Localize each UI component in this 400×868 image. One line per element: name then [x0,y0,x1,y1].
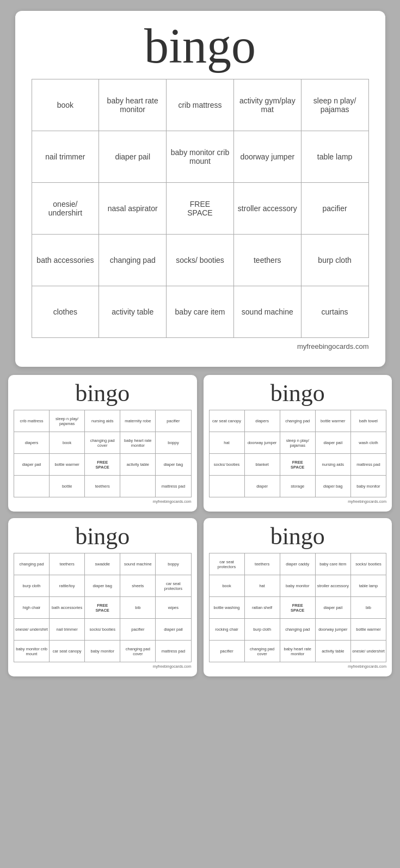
bingo-cell: diaper pail [156,619,191,641]
bingo-cell: book [32,79,99,131]
bingo-cell: boppy [156,432,191,454]
bingo-cell: car seat protectors [209,553,244,575]
bingo-cell: doorway jumper [244,432,280,454]
mini-url-5: myfreebingocards.com [209,664,387,668]
mini-table-4: changing padteethersswaddlesound machine… [14,553,192,662]
bingo-cell: bottle warmer [350,619,386,641]
bingo-cell: bottle warmer [315,410,350,432]
bingo-cell: baby monitor [280,575,315,597]
bingo-cell: teethers [233,235,301,286]
bingo-cell: diaper bag [85,575,120,597]
mini-card-5: bingo car seat protectorsteethersdiaper … [204,518,392,676]
bingo-cell: sleep n play/ pajamas [50,410,85,432]
bingo-cell: baby monitor [350,476,386,497]
bingo-cell: car seat protectors [156,575,191,597]
bingo-cell: socks/ booties [85,619,120,641]
bingo-cell: book [209,575,244,597]
bingo-cell: socks/ booties [350,553,386,575]
bingo-cell: wash cloth [350,432,386,454]
bingo-cell: hat [209,432,244,454]
bingo-cell: table lamp [350,575,386,597]
mini-title-2: bingo [14,381,192,405]
bingo-cell: blanket [244,454,280,476]
bingo-cell: high chair [14,597,50,619]
mini-url-4: myfreebingocards.com [14,664,192,668]
bingo-cell: stroller accessory [233,183,301,235]
bingo-cell [14,476,50,497]
bingo-cell: teethers [50,553,85,575]
bingo-cell: bottle warmer [50,454,85,476]
bingo-cell: bib [350,597,386,619]
bingo-cell: onesie/ undershirt [350,641,386,662]
bingo-cell: car seat canopy [50,641,85,662]
bingo-cell [209,476,244,497]
bingo-cell: nursing aids [315,454,350,476]
bingo-cell: baby monitor crib mount [167,131,234,183]
bingo-cell: diaper caddy [280,553,315,575]
bottom-cards-area: bingo crib mattresssleep n play/ pajamas… [8,375,392,676]
bingo-cell: book [50,432,85,454]
bingo-cell [120,476,156,497]
mini-url-3: myfreebingocards.com [209,500,387,503]
bingo-cell: burp cloth [301,235,368,286]
bingo-cell: changing pad cover [244,641,280,662]
bingo-cell: baby monitor [85,641,120,662]
bingo-cell: mattress pad [156,476,191,497]
bingo-cell: onesie/ undershirt [14,619,50,641]
bingo-cell: pacifier [156,410,191,432]
main-title: bingo [32,22,369,71]
bingo-cell: rocking chair [209,619,244,641]
mini-card-3: bingo car seat canopydiaperschanging pad… [204,375,392,512]
mini-card-2: bingo crib mattresssleep n play/ pajamas… [8,375,197,512]
mini-url-2: myfreebingocards.com [14,500,192,503]
bingo-cell: table lamp [301,131,368,183]
bingo-cell: storage [280,476,315,497]
bingo-cell: nursing aids [85,410,120,432]
bingo-cell: curtains [301,286,368,338]
bingo-cell: diaper pail [315,597,350,619]
bingo-cell: diaper pail [99,131,167,183]
bingo-cell: FREESPACE [85,597,120,619]
mini-title-3: bingo [209,381,387,405]
bingo-cell: boppy [156,553,191,575]
bingo-cell: pacifier [120,619,156,641]
bingo-cell: hat [244,575,280,597]
bingo-cell: diapers [244,410,280,432]
bingo-cell: baby monitor crib mount [14,641,50,662]
bingo-cell: pacifier [209,641,244,662]
bingo-cell: rattan shelf [244,597,280,619]
bingo-cell: activity gym/play mat [233,79,301,131]
mini-title-5: bingo [209,525,387,549]
bingo-cell: changing pad [14,553,50,575]
bingo-cell: bib [120,597,156,619]
bingo-cell: burp cloth [14,575,50,597]
bingo-cell: sound machine [233,286,301,338]
bingo-cell: doorway jumper [233,131,301,183]
bingo-cell: stroller accessory [315,575,350,597]
bingo-cell: mattress pad [156,641,191,662]
bingo-cell: bath accessories [50,597,85,619]
bingo-cell: activity table [99,286,167,338]
main-bingo-table: bookbaby heart rate monitorcrib mattress… [32,79,369,338]
mini-card-4: bingo changing padteethersswaddlesound m… [8,518,197,676]
mini-table-5: car seat protectorsteethersdiaper caddyb… [209,553,387,662]
bingo-cell: changing pad [280,410,315,432]
mini-table-2: crib mattresssleep n play/ pajamasnursin… [14,410,192,497]
bingo-cell: nail trimmer [32,131,99,183]
bingo-cell: diaper bag [315,476,350,497]
bingo-cell: pacifier [301,183,368,235]
bingo-cell: clothes [32,286,99,338]
bingo-cell: changing pad cover [85,432,120,454]
bingo-cell: crib mattress [14,410,50,432]
bingo-cell: diaper pail [315,432,350,454]
bingo-cell: bottle [50,476,85,497]
bingo-cell: wipes [156,597,191,619]
bingo-cell: doorway jumper [315,619,350,641]
bingo-cell: teethers [85,476,120,497]
bingo-cell: changing pad [99,235,167,286]
bingo-cell: bottle washing [209,597,244,619]
bingo-cell: changing pad [280,619,315,641]
bingo-cell: diaper bag [156,454,191,476]
bingo-cell: changing pad cover [120,641,156,662]
main-bingo-card: bingo bookbaby heart rate monitorcrib ma… [15,11,385,367]
